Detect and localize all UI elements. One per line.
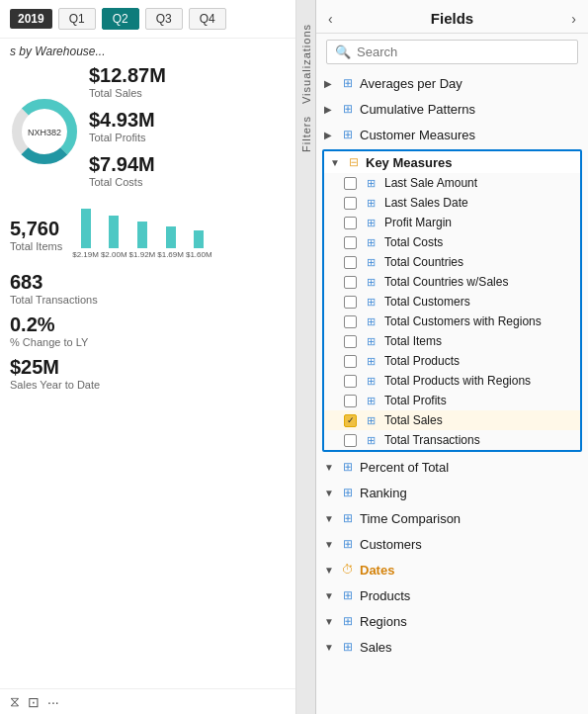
- key-measures-label: Key Measures: [366, 155, 452, 170]
- chevron-icon: ▼: [324, 539, 336, 550]
- expand-icon[interactable]: ⊡: [28, 694, 40, 710]
- key-measures-header[interactable]: ▼ ⊟ Key Measures: [324, 151, 580, 173]
- middle-strip: Visualizations Filters: [296, 0, 316, 714]
- field-name-total-items: Total Items: [384, 334, 442, 348]
- q4-button[interactable]: Q4: [189, 8, 226, 30]
- field-icon: ⊞: [363, 254, 378, 270]
- field-total-customers[interactable]: ⊞ Total Customers: [324, 292, 580, 312]
- group-time-comparison-header[interactable]: ▼ ⊞ Time Comparison: [316, 507, 588, 529]
- q1-button[interactable]: Q1: [58, 8, 96, 30]
- checkbox-total-sales[interactable]: [344, 414, 357, 427]
- field-name-last-sale-amount: Last Sale Amount: [384, 176, 477, 190]
- group-products: ▼ ⊞ Products: [316, 582, 588, 608]
- group-sales-header[interactable]: ▼ ⊞ Sales: [316, 636, 588, 658]
- visualizations-label[interactable]: Visualizations: [298, 20, 314, 108]
- field-name-total-products: Total Products: [384, 354, 460, 368]
- left-panel: 2019 Q1 Q2 Q3 Q4 s by Warehouse... NXH38…: [0, 0, 296, 714]
- checkbox-total-customers-regions[interactable]: [344, 315, 357, 328]
- group-ranking-header[interactable]: ▼ ⊞ Ranking: [316, 482, 588, 503]
- group-cumulative-header[interactable]: ▶ ⊞ Cumulative Patterns: [316, 98, 588, 120]
- chevron-icon: ▼: [324, 462, 336, 473]
- field-total-costs[interactable]: ⊞ Total Costs: [324, 232, 580, 252]
- total-profits-label: Total Profits: [89, 132, 166, 143]
- field-total-products-regions[interactable]: ⊞ Total Products with Regions: [324, 371, 580, 391]
- checkbox-total-countries-wsales[interactable]: [344, 276, 357, 289]
- checkbox-total-products[interactable]: [344, 355, 357, 368]
- checkbox-total-transactions[interactable]: [344, 434, 357, 447]
- q3-button[interactable]: Q3: [145, 8, 183, 30]
- field-last-sales-date[interactable]: ⊞ Last Sales Date: [324, 193, 580, 213]
- field-total-transactions[interactable]: ⊞ Total Transactions: [324, 430, 580, 450]
- search-input[interactable]: [357, 45, 569, 59]
- sales-ytd-label: Sales Year to Date: [10, 379, 286, 391]
- pct-change-value: 0.2%: [10, 313, 286, 336]
- filters-label[interactable]: Filters: [298, 112, 314, 156]
- q2-button[interactable]: Q2: [102, 8, 139, 30]
- search-box[interactable]: 🔍: [326, 40, 578, 64]
- total-costs-block: $7.94M Total Costs: [89, 153, 166, 188]
- field-total-countries[interactable]: ⊞ Total Countries: [324, 252, 580, 272]
- mini-bar-chart: $2.19M $2.00M $1.92M $1.69M $1.60M: [72, 210, 211, 259]
- group-customer-header[interactable]: ▶ ⊞ Customer Measures: [316, 124, 588, 145]
- bar-4: $1.69M: [157, 226, 184, 259]
- chevron-icon: ▼: [324, 590, 336, 601]
- group-time-comparison: ▼ ⊞ Time Comparison: [316, 505, 588, 531]
- field-profit-margin[interactable]: ⊞ Profit Margin: [324, 213, 580, 232]
- group-averages-header[interactable]: ▶ ⊞ Averages per Day: [316, 72, 588, 94]
- items-block: 5,760 Total Items: [10, 218, 62, 252]
- sales-ytd-block: $25M Sales Year to Date: [10, 356, 286, 391]
- field-total-products[interactable]: ⊞ Total Products: [324, 351, 580, 371]
- field-total-countries-wsales[interactable]: ⊞ Total Countries w/Sales: [324, 272, 580, 292]
- table-icon: ⊞: [340, 101, 356, 117]
- checkbox-profit-margin[interactable]: [344, 217, 357, 229]
- checkbox-total-items[interactable]: [344, 335, 357, 348]
- group-percent-header[interactable]: ▼ ⊞ Percent of Total: [316, 456, 588, 478]
- field-total-customers-regions[interactable]: ⊞ Total Customers with Regions: [324, 312, 580, 331]
- bar-2: $2.00M: [101, 216, 127, 259]
- field-name-total-transactions: Total Transactions: [384, 433, 480, 447]
- field-total-profits[interactable]: ⊞ Total Profits: [324, 391, 580, 410]
- group-regions-header[interactable]: ▼ ⊞ Regions: [316, 610, 588, 632]
- group-time-comparison-label: Time Comparison: [360, 511, 461, 526]
- field-icon: ⊞: [363, 393, 378, 408]
- forward-arrow[interactable]: ›: [571, 11, 576, 27]
- field-total-items[interactable]: ⊞ Total Items: [324, 331, 580, 351]
- group-dates-header[interactable]: ▼ ⏱ Dates: [316, 559, 588, 580]
- checkbox-total-profits[interactable]: [344, 395, 357, 407]
- group-sales-label: Sales: [360, 640, 392, 655]
- search-icon: 🔍: [335, 45, 351, 59]
- field-icon: ⊞: [363, 195, 378, 211]
- group-averages-label: Averages per Day: [360, 76, 462, 91]
- table-icon: ⊞: [340, 587, 356, 603]
- checkbox-total-products-regions[interactable]: [344, 375, 357, 388]
- group-products-header[interactable]: ▼ ⊞ Products: [316, 584, 588, 606]
- group-customers-header[interactable]: ▼ ⊞ Customers: [316, 533, 588, 555]
- bar-label-4: $1.69M: [157, 250, 184, 259]
- table-icon: ⊞: [340, 639, 356, 655]
- chevron-icon: ▼: [324, 616, 336, 627]
- field-last-sale-amount[interactable]: ⊞ Last Sale Amount: [324, 173, 580, 193]
- group-customer: ▶ ⊞ Customer Measures: [316, 122, 588, 147]
- field-total-sales[interactable]: ⊞ Total Sales: [324, 410, 580, 430]
- fields-title: Fields: [431, 10, 473, 27]
- more-icon[interactable]: ···: [47, 694, 59, 710]
- group-dates: ▼ ⏱ Dates: [316, 557, 588, 582]
- checkbox-last-sales-date[interactable]: [344, 197, 357, 210]
- back-arrow[interactable]: ‹: [328, 11, 333, 27]
- group-percent: ▼ ⊞ Percent of Total: [316, 454, 588, 480]
- checkbox-total-countries[interactable]: [344, 256, 357, 269]
- table-icon: ⊞: [340, 485, 356, 500]
- checkbox-last-sale-amount[interactable]: [344, 177, 357, 190]
- field-icon: ⊞: [363, 215, 378, 230]
- group-regions-label: Regions: [360, 614, 407, 629]
- right-panel: ‹ Fields › 🔍 ▶ ⊞ Averages per Day ▶ ⊞ Cu…: [316, 0, 588, 714]
- total-items-value: 5,760: [10, 218, 62, 240]
- group-ranking: ▼ ⊞ Ranking: [316, 480, 588, 505]
- checkbox-total-costs[interactable]: [344, 236, 357, 249]
- field-name-total-sales: Total Sales: [384, 413, 443, 427]
- bar-label-5: $1.60M: [186, 250, 212, 259]
- bar-label-3: $1.92M: [129, 250, 156, 259]
- filter-icon[interactable]: ⧖: [10, 693, 20, 710]
- checkbox-total-customers[interactable]: [344, 296, 357, 309]
- chevron-icon: ▼: [324, 513, 336, 524]
